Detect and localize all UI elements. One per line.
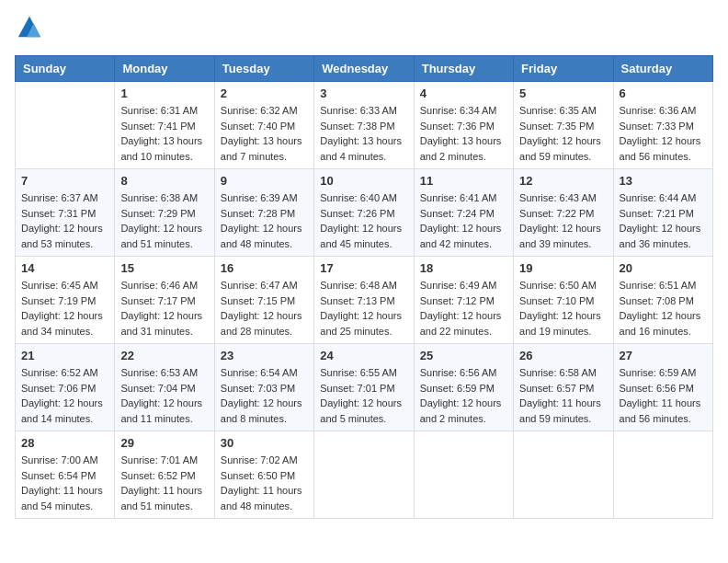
day-number: 13 <box>620 174 707 188</box>
calendar-cell: 16Sunrise: 6:47 AMSunset: 7:15 PMDayligh… <box>214 257 313 344</box>
calendar-week-row: 7Sunrise: 6:37 AMSunset: 7:31 PMDaylight… <box>16 169 713 257</box>
day-number: 10 <box>320 174 407 188</box>
calendar-cell: 21Sunrise: 6:52 AMSunset: 7:06 PMDayligh… <box>16 344 115 431</box>
day-number: 11 <box>420 174 507 188</box>
day-info: Sunrise: 6:33 AMSunset: 7:38 PMDaylight:… <box>320 103 407 164</box>
day-info: Sunrise: 6:37 AMSunset: 7:31 PMDaylight:… <box>21 190 108 251</box>
day-number: 25 <box>420 349 507 362</box>
calendar-week-row: 28Sunrise: 7:00 AMSunset: 6:54 PMDayligh… <box>16 431 713 519</box>
calendar-cell: 29Sunrise: 7:01 AMSunset: 6:52 PMDayligh… <box>115 431 214 519</box>
day-of-week-header: Friday <box>514 56 613 82</box>
calendar-cell: 26Sunrise: 6:58 AMSunset: 6:57 PMDayligh… <box>514 344 613 431</box>
day-info: Sunrise: 6:31 AMSunset: 7:41 PMDaylight:… <box>120 103 208 164</box>
day-number: 14 <box>21 261 108 275</box>
calendar-cell: 30Sunrise: 7:02 AMSunset: 6:50 PMDayligh… <box>214 431 313 519</box>
day-number: 4 <box>420 86 507 100</box>
day-info: Sunrise: 6:58 AMSunset: 6:57 PMDaylight:… <box>519 365 607 426</box>
day-number: 19 <box>519 261 607 275</box>
day-number: 2 <box>221 86 308 100</box>
logo-icon <box>17 15 42 40</box>
day-info: Sunrise: 6:40 AMSunset: 7:26 PMDaylight:… <box>320 190 407 251</box>
day-number: 29 <box>120 436 208 450</box>
calendar-cell: 19Sunrise: 6:50 AMSunset: 7:10 PMDayligh… <box>514 257 613 344</box>
day-number: 5 <box>519 86 607 100</box>
day-info: Sunrise: 7:01 AMSunset: 6:52 PMDaylight:… <box>120 453 208 513</box>
day-info: Sunrise: 6:43 AMSunset: 7:22 PMDaylight:… <box>519 190 607 251</box>
day-info: Sunrise: 6:41 AMSunset: 7:24 PMDaylight:… <box>420 190 507 251</box>
page-header <box>15 15 713 44</box>
calendar-cell <box>414 431 513 519</box>
day-number: 8 <box>120 174 208 188</box>
day-info: Sunrise: 6:44 AMSunset: 7:21 PMDaylight:… <box>620 190 707 251</box>
day-number: 6 <box>620 86 707 100</box>
calendar-cell: 28Sunrise: 7:00 AMSunset: 6:54 PMDayligh… <box>16 431 115 519</box>
calendar-cell: 6Sunrise: 6:36 AMSunset: 7:33 PMDaylight… <box>613 82 712 169</box>
calendar-cell <box>314 431 414 519</box>
day-number: 30 <box>221 436 308 450</box>
day-number: 3 <box>320 86 407 100</box>
logo <box>15 15 42 44</box>
calendar-cell: 10Sunrise: 6:40 AMSunset: 7:26 PMDayligh… <box>314 169 414 257</box>
day-number: 26 <box>519 349 607 362</box>
calendar-cell: 4Sunrise: 6:34 AMSunset: 7:36 PMDaylight… <box>414 82 513 169</box>
calendar-cell: 23Sunrise: 6:54 AMSunset: 7:03 PMDayligh… <box>214 344 313 431</box>
day-of-week-header: Saturday <box>613 56 712 82</box>
calendar-cell: 27Sunrise: 6:59 AMSunset: 6:56 PMDayligh… <box>613 344 712 431</box>
day-number: 17 <box>320 261 407 275</box>
day-number: 27 <box>620 349 707 362</box>
calendar-cell: 7Sunrise: 6:37 AMSunset: 7:31 PMDaylight… <box>16 169 115 257</box>
day-number: 9 <box>221 174 308 188</box>
day-number: 7 <box>21 174 108 188</box>
day-number: 18 <box>420 261 507 275</box>
calendar-cell: 18Sunrise: 6:49 AMSunset: 7:12 PMDayligh… <box>414 257 513 344</box>
day-info: Sunrise: 6:49 AMSunset: 7:12 PMDaylight:… <box>420 278 507 339</box>
calendar-cell: 2Sunrise: 6:32 AMSunset: 7:40 PMDaylight… <box>214 82 313 169</box>
calendar-cell: 8Sunrise: 6:38 AMSunset: 7:29 PMDaylight… <box>115 169 214 257</box>
day-info: Sunrise: 6:36 AMSunset: 7:33 PMDaylight:… <box>620 103 707 164</box>
calendar-cell: 5Sunrise: 6:35 AMSunset: 7:35 PMDaylight… <box>514 82 613 169</box>
day-number: 24 <box>320 349 407 362</box>
calendar-cell: 15Sunrise: 6:46 AMSunset: 7:17 PMDayligh… <box>115 257 214 344</box>
day-of-week-header: Monday <box>115 56 214 82</box>
day-info: Sunrise: 6:47 AMSunset: 7:15 PMDaylight:… <box>221 278 308 339</box>
calendar-week-row: 14Sunrise: 6:45 AMSunset: 7:19 PMDayligh… <box>16 257 713 344</box>
day-info: Sunrise: 6:34 AMSunset: 7:36 PMDaylight:… <box>420 103 507 164</box>
calendar-cell <box>613 431 712 519</box>
day-number: 16 <box>221 261 308 275</box>
day-of-week-header: Tuesday <box>214 56 313 82</box>
calendar-cell: 11Sunrise: 6:41 AMSunset: 7:24 PMDayligh… <box>414 169 513 257</box>
day-info: Sunrise: 6:32 AMSunset: 7:40 PMDaylight:… <box>221 103 308 164</box>
day-of-week-header: Sunday <box>16 56 115 82</box>
day-of-week-header: Thursday <box>414 56 513 82</box>
day-info: Sunrise: 7:02 AMSunset: 6:50 PMDaylight:… <box>221 453 308 513</box>
calendar-cell: 25Sunrise: 6:56 AMSunset: 6:59 PMDayligh… <box>414 344 513 431</box>
calendar-cell <box>16 82 115 169</box>
day-info: Sunrise: 6:51 AMSunset: 7:08 PMDaylight:… <box>620 278 707 339</box>
day-info: Sunrise: 6:38 AMSunset: 7:29 PMDaylight:… <box>120 190 208 251</box>
calendar-week-row: 1Sunrise: 6:31 AMSunset: 7:41 PMDaylight… <box>16 82 713 169</box>
calendar-table: SundayMondayTuesdayWednesdayThursdayFrid… <box>15 55 713 519</box>
calendar-cell: 22Sunrise: 6:53 AMSunset: 7:04 PMDayligh… <box>115 344 214 431</box>
day-info: Sunrise: 6:39 AMSunset: 7:28 PMDaylight:… <box>221 190 308 251</box>
calendar-cell: 13Sunrise: 6:44 AMSunset: 7:21 PMDayligh… <box>613 169 712 257</box>
calendar-cell: 1Sunrise: 6:31 AMSunset: 7:41 PMDaylight… <box>115 82 214 169</box>
day-info: Sunrise: 6:48 AMSunset: 7:13 PMDaylight:… <box>320 278 407 339</box>
day-info: Sunrise: 6:52 AMSunset: 7:06 PMDaylight:… <box>21 365 108 426</box>
calendar-cell: 24Sunrise: 6:55 AMSunset: 7:01 PMDayligh… <box>314 344 414 431</box>
day-number: 28 <box>21 436 108 450</box>
day-info: Sunrise: 7:00 AMSunset: 6:54 PMDaylight:… <box>21 453 108 513</box>
calendar-cell: 12Sunrise: 6:43 AMSunset: 7:22 PMDayligh… <box>514 169 613 257</box>
day-number: 1 <box>120 86 208 100</box>
calendar-header-row: SundayMondayTuesdayWednesdayThursdayFrid… <box>16 56 713 82</box>
calendar-cell: 3Sunrise: 6:33 AMSunset: 7:38 PMDaylight… <box>314 82 414 169</box>
day-info: Sunrise: 6:35 AMSunset: 7:35 PMDaylight:… <box>519 103 607 164</box>
day-number: 21 <box>21 349 108 362</box>
day-info: Sunrise: 6:59 AMSunset: 6:56 PMDaylight:… <box>620 365 707 426</box>
calendar-cell: 20Sunrise: 6:51 AMSunset: 7:08 PMDayligh… <box>613 257 712 344</box>
day-number: 20 <box>620 261 707 275</box>
day-number: 23 <box>221 349 308 362</box>
day-info: Sunrise: 6:55 AMSunset: 7:01 PMDaylight:… <box>320 365 407 426</box>
day-of-week-header: Wednesday <box>314 56 414 82</box>
calendar-cell <box>514 431 613 519</box>
calendar-cell: 9Sunrise: 6:39 AMSunset: 7:28 PMDaylight… <box>214 169 313 257</box>
